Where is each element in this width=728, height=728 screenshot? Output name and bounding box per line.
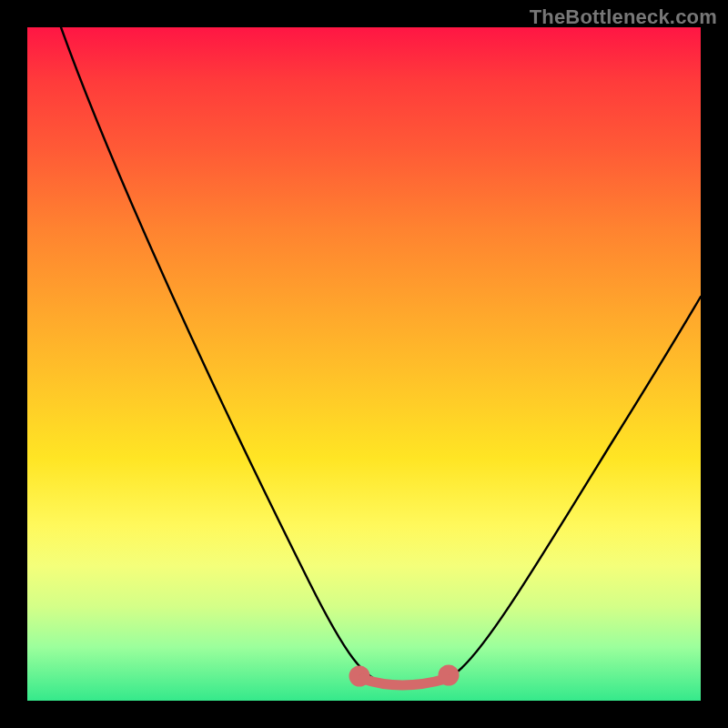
chart-frame: TheBottleneck.com xyxy=(0,0,728,728)
attribution-label: TheBottleneck.com xyxy=(530,5,717,29)
sweet-spot-band xyxy=(354,670,454,685)
curve-layer xyxy=(27,27,701,701)
plot-area xyxy=(27,27,701,701)
svg-point-1 xyxy=(443,670,454,681)
bottleneck-curve xyxy=(61,27,701,686)
